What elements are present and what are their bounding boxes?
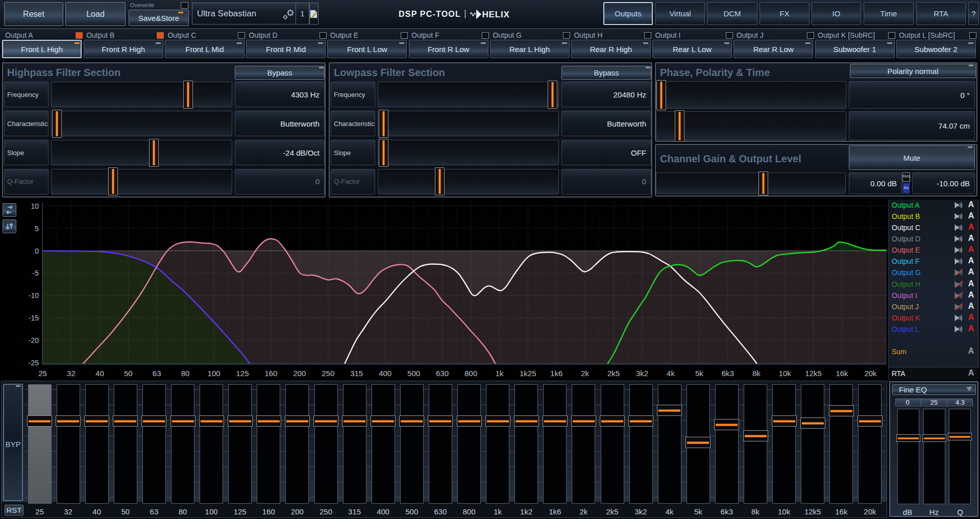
svg-text:HELIX: HELIX xyxy=(482,10,510,19)
svg-text:200: 200 xyxy=(293,369,306,378)
svg-text:10k: 10k xyxy=(779,369,792,378)
svg-text:100: 100 xyxy=(208,369,220,378)
svg-text:3k2: 3k2 xyxy=(636,369,648,378)
svg-text:-15: -15 xyxy=(29,314,39,322)
svg-text:-5: -5 xyxy=(33,269,39,277)
svg-text:12k5: 12k5 xyxy=(805,369,822,378)
svg-text:4k: 4k xyxy=(667,369,675,378)
svg-text:1k25: 1k25 xyxy=(520,369,536,378)
svg-text:0: 0 xyxy=(35,247,39,255)
svg-text:315: 315 xyxy=(350,369,363,378)
svg-text:-25: -25 xyxy=(29,359,39,367)
svg-text:63: 63 xyxy=(153,369,161,378)
svg-text:20k: 20k xyxy=(864,369,877,378)
svg-text:160: 160 xyxy=(264,369,277,378)
svg-text:40: 40 xyxy=(95,369,104,378)
svg-text:32: 32 xyxy=(67,369,76,378)
svg-text:80: 80 xyxy=(181,369,190,378)
svg-text:50: 50 xyxy=(124,369,133,378)
svg-text:2k: 2k xyxy=(581,369,589,378)
svg-text:-10: -10 xyxy=(29,291,39,300)
svg-text:6k3: 6k3 xyxy=(722,369,734,378)
svg-text:1k6: 1k6 xyxy=(550,369,562,378)
svg-text:500: 500 xyxy=(407,369,420,378)
svg-text:10: 10 xyxy=(31,202,39,210)
svg-text:5: 5 xyxy=(35,225,39,233)
svg-text:25: 25 xyxy=(38,369,47,378)
svg-text:16k: 16k xyxy=(836,369,848,378)
svg-text:8k: 8k xyxy=(752,369,761,378)
svg-text:5k: 5k xyxy=(695,369,703,378)
svg-text:250: 250 xyxy=(322,369,334,378)
svg-text:630: 630 xyxy=(436,369,449,378)
svg-text:800: 800 xyxy=(464,369,477,378)
svg-text:400: 400 xyxy=(379,369,391,378)
svg-text:1k: 1k xyxy=(495,369,503,378)
svg-text:-20: -20 xyxy=(29,336,39,344)
svg-text:125: 125 xyxy=(236,369,249,378)
svg-text:2k5: 2k5 xyxy=(607,369,620,378)
